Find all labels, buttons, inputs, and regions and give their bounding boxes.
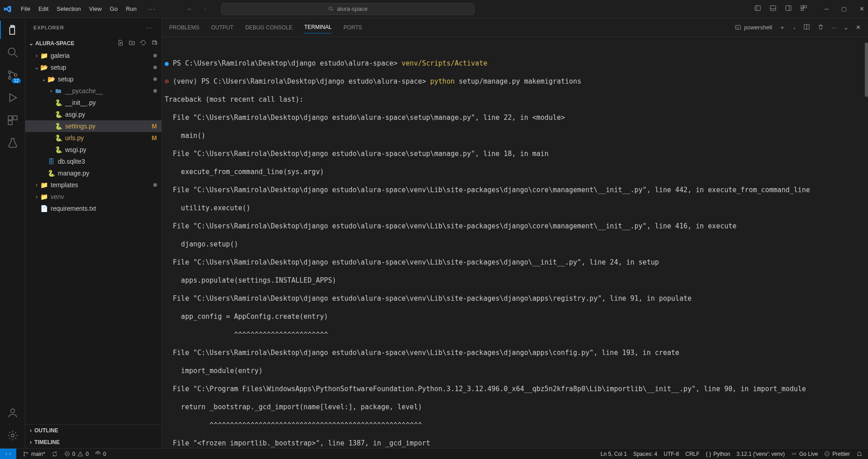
svg-point-27 [24, 455, 24, 456]
search-icon [328, 6, 334, 12]
nav-back-icon[interactable]: ← [187, 5, 193, 12]
svg-point-26 [24, 452, 24, 453]
minimize-icon[interactable]: ─ [825, 5, 829, 12]
shell-selector[interactable]: powershell [735, 24, 772, 31]
new-terminal-icon[interactable]: ＋ [779, 24, 785, 32]
menu-view[interactable]: View [85, 4, 105, 14]
maximize-panel-icon[interactable]: ⌄ [844, 24, 849, 31]
remote-indicator[interactable] [0, 449, 16, 459]
new-folder-icon[interactable] [128, 39, 135, 47]
status-encoding[interactable]: UTF-8 [664, 451, 679, 457]
file-urls[interactable]: 🐍urls.pyM [25, 132, 161, 144]
svg-line-12 [14, 54, 18, 57]
menu-file[interactable]: File [17, 4, 34, 14]
svg-point-13 [8, 71, 10, 73]
file-init[interactable]: 🐍__init__.py [25, 97, 161, 109]
tab-debug-console[interactable]: DEBUG CONSOLE [245, 22, 293, 33]
maximize-icon[interactable]: ▢ [841, 5, 847, 12]
activity-test-icon[interactable] [6, 137, 19, 149]
menu-go[interactable]: Go [106, 4, 121, 14]
panel-more-icon[interactable]: ··· [831, 24, 836, 31]
file-requirements[interactable]: 📄requirements.txt [25, 203, 161, 214]
status-ports[interactable]: 0 [95, 451, 106, 457]
file-asgi[interactable]: 🐍asgi.py [25, 109, 161, 120]
svg-point-34 [793, 453, 794, 454]
new-file-icon[interactable] [117, 39, 124, 47]
tab-problems[interactable]: PROBLEMS [169, 22, 199, 33]
activity-search-icon[interactable] [6, 46, 19, 59]
svg-rect-17 [8, 116, 12, 120]
menu-edit[interactable]: Edit [35, 4, 52, 14]
folder-setup[interactable]: ⌄📂setup [25, 62, 161, 73]
command-center[interactable]: alura-space [221, 3, 474, 15]
status-bell-icon[interactable] [856, 451, 863, 457]
svg-rect-23 [735, 25, 740, 29]
collapse-all-icon[interactable] [151, 39, 158, 47]
file-db[interactable]: 🗄db.sqlite3 [25, 156, 161, 167]
split-terminal-icon[interactable] [803, 24, 810, 32]
activity-bar: 12 [0, 18, 25, 448]
file-settings[interactable]: 🐍settings.pyM [25, 120, 161, 132]
folder-venv[interactable]: ›📁venv [25, 191, 161, 203]
layout-panel-icon[interactable] [769, 5, 777, 13]
close-panel-icon[interactable]: ✕ [856, 24, 861, 31]
activity-scm-icon[interactable]: 12 [6, 69, 19, 81]
terminal-content[interactable]: ● PS C:\Users\Ramirola\Desktop\django es… [162, 37, 868, 448]
nav-forward-icon[interactable]: → [202, 5, 208, 12]
terminal-scrollbar[interactable] [865, 43, 868, 97]
explorer-sidebar: EXPLORER ··· ⌄ ALURA-SPACE ›📁galeria ⌄📂s… [25, 18, 162, 448]
status-branch[interactable]: main* [23, 451, 45, 457]
tab-output[interactable]: OUTPUT [211, 22, 233, 33]
svg-rect-6 [786, 6, 791, 11]
layout-sidebar-left-icon[interactable] [754, 5, 761, 13]
outline-section[interactable]: ›OUTLINE [25, 425, 161, 436]
menu-more-icon[interactable]: ··· [145, 4, 160, 14]
folder-galeria[interactable]: ›📁galeria [25, 50, 161, 62]
explorer-title: EXPLORER [33, 25, 64, 30]
tab-ports[interactable]: PORTS [343, 22, 362, 33]
svg-point-0 [329, 7, 332, 10]
svg-rect-19 [8, 121, 12, 125]
svg-rect-9 [804, 6, 806, 8]
customize-layout-icon[interactable] [800, 5, 807, 13]
project-header[interactable]: ⌄ ALURA-SPACE [25, 37, 161, 50]
layout-sidebar-right-icon[interactable] [785, 5, 792, 13]
svg-point-35 [825, 452, 830, 456]
activity-extensions-icon[interactable] [6, 114, 19, 127]
folder-pycache[interactable]: ›__pycache__ [25, 85, 161, 97]
vscode-logo-icon [4, 5, 13, 14]
folder-setup-inner[interactable]: ⌄📂setup [25, 73, 161, 85]
kill-terminal-icon[interactable] [817, 24, 824, 32]
svg-point-11 [8, 48, 15, 55]
file-wsgi[interactable]: 🐍wsgi.py [25, 144, 161, 156]
menu-selection[interactable]: Selection [53, 4, 84, 14]
close-icon[interactable]: ✕ [859, 5, 864, 12]
menu-run[interactable]: Run [122, 4, 140, 14]
status-problems[interactable]: 0 0 [64, 451, 89, 457]
svg-point-33 [97, 453, 98, 454]
status-lncol[interactable]: Ln 5, Col 1 [601, 451, 627, 457]
file-tree: ›📁galeria ⌄📂setup ⌄📂setup ›__pycache__ 🐍… [25, 50, 161, 424]
status-eol[interactable]: CRLF [685, 451, 699, 457]
status-interpreter[interactable]: 3.12.1 ('venv': venv) [736, 451, 785, 457]
terminal-dropdown-icon[interactable]: ⌄ [792, 25, 796, 30]
tab-terminal[interactable]: TERMINAL [304, 21, 332, 33]
panel-tabs: PROBLEMS OUTPUT DEBUG CONSOLE TERMINAL P… [162, 18, 868, 37]
status-language[interactable]: { } Python [706, 451, 730, 457]
command-center-text: alura-space [337, 5, 368, 12]
refresh-icon[interactable] [140, 39, 147, 47]
activity-settings-icon[interactable] [6, 429, 19, 442]
activity-explorer-icon[interactable] [6, 24, 19, 36]
status-sync[interactable] [52, 451, 58, 457]
status-spaces[interactable]: Spaces: 4 [633, 451, 657, 457]
status-prettier[interactable]: Prettier [824, 451, 850, 457]
status-golive[interactable]: Go Live [791, 451, 818, 457]
file-manage[interactable]: 🐍manage.py [25, 167, 161, 179]
activity-debug-icon[interactable] [6, 91, 19, 104]
folder-templates[interactable]: ›📁templates [25, 179, 161, 191]
explorer-more-icon[interactable]: ··· [147, 25, 153, 30]
project-name: ALURA-SPACE [35, 40, 74, 47]
timeline-section[interactable]: ›TIMELINE [25, 436, 161, 448]
activity-account-icon[interactable] [6, 407, 19, 419]
svg-point-14 [8, 77, 10, 79]
